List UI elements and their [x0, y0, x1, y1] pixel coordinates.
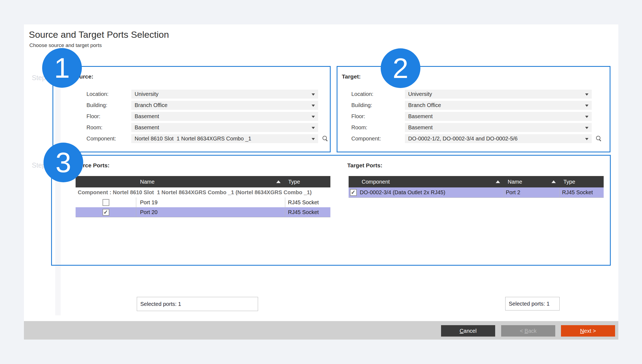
target-component-dropdown[interactable]: DO-0002-1/2, DO-0002-3/4 and DO-0002-5/6	[405, 134, 592, 143]
target-port-checkbox[interactable]	[350, 189, 357, 196]
target-ports-table: Component Name Type DO-0002-3/4 (Data Ou…	[349, 176, 604, 198]
sort-asc-icon[interactable]	[551, 180, 556, 183]
target-location-label: Location:	[351, 90, 373, 99]
source-column-name[interactable]: Name	[136, 176, 285, 187]
source-ports-table: Name Type Component : Nortel 8610 Slot 1…	[76, 176, 330, 217]
next-button[interactable]: Next >	[561, 325, 615, 337]
target-column-type-label: Type	[563, 179, 575, 185]
source-building-value: Branch Office	[131, 101, 309, 110]
source-component-group-row: Component : Nortel 8610 Slot 1 Nortel 86…	[76, 187, 330, 197]
source-location-value: University	[131, 90, 309, 99]
sort-asc-icon[interactable]	[276, 180, 281, 183]
source-component-dropdown[interactable]: Nortel 8610 Slot 1 Nortel 8634XGRS Combo…	[131, 134, 318, 143]
source-column-type-label: Type	[288, 179, 300, 185]
source-room-value: Basement	[131, 123, 309, 132]
chevron-down-icon[interactable]	[585, 93, 588, 96]
search-icon[interactable]	[596, 136, 601, 141]
header-checkbox-column	[76, 176, 136, 187]
target-selected-ports-box: Selected ports: 1	[505, 297, 560, 310]
target-location-dropdown[interactable]: University	[405, 90, 592, 99]
chevron-down-icon[interactable]	[312, 93, 315, 96]
target-column-component-label: Component	[362, 179, 390, 185]
target-building-dropdown[interactable]: Branch Office	[405, 101, 592, 110]
annotation-badge-2: 2	[381, 48, 420, 88]
port-name: Port 19	[140, 199, 157, 206]
source-column-type[interactable]: Type	[285, 176, 330, 187]
target-component-value: DO-0002-1/2, DO-0002-3/4 and DO-0002-5/6	[405, 134, 582, 143]
row-name-cell: Port 20	[136, 207, 285, 217]
annotation-badge-1: 1	[42, 48, 82, 88]
port-type: RJ45 Socket	[288, 199, 319, 206]
port-name: Port 2	[506, 189, 520, 196]
source-building-dropdown[interactable]: Branch Office	[131, 101, 318, 110]
target-room-dropdown[interactable]: Basement	[405, 123, 592, 132]
port19-checkbox[interactable]	[103, 199, 109, 206]
chevron-down-icon[interactable]	[585, 105, 588, 107]
chevron-down-icon[interactable]	[312, 116, 315, 118]
sort-asc-icon[interactable]	[496, 180, 500, 183]
source-ports-table-header: Name Type	[76, 176, 330, 187]
target-panel-title: Target:	[342, 73, 361, 80]
source-floor-dropdown[interactable]: Basement	[131, 112, 318, 121]
target-component-label: Component:	[351, 134, 381, 143]
header-checkbox-column	[349, 176, 358, 187]
source-room-dropdown[interactable]: Basement	[131, 123, 318, 132]
search-icon[interactable]	[322, 136, 327, 141]
back-label-prefix: <	[520, 328, 525, 334]
target-room-label: Room:	[351, 123, 367, 132]
target-selected-ports-text: Selected ports: 1	[505, 297, 559, 310]
table-row[interactable]: Port 19 RJ45 Socket	[76, 197, 330, 207]
port-type: RJ45 Socket	[562, 189, 593, 196]
source-component-value: Nortel 8610 Slot 1 Nortel 8634XGRS Combo…	[131, 134, 309, 143]
source-room-label: Room:	[86, 123, 103, 132]
source-location-dropdown[interactable]: University	[131, 90, 318, 99]
cancel-button[interactable]: Cancel	[441, 325, 495, 337]
row-checkbox-cell	[349, 187, 358, 197]
row-name-cell: Port 19	[136, 197, 285, 207]
back-label-accel: B	[525, 328, 528, 334]
port20-checkbox[interactable]	[103, 209, 109, 216]
cancel-label-rest: ancel	[464, 328, 477, 334]
next-label-accel: N	[580, 328, 584, 334]
source-building-label: Building:	[86, 101, 107, 110]
source-selected-ports-box: Selected ports: 1	[137, 297, 258, 311]
chevron-down-icon[interactable]	[585, 138, 588, 140]
annotation-badge-3: 3	[44, 143, 83, 182]
table-row[interactable]: DO-0002-3/4 (Data Outlet 2x RJ45) Port 2…	[349, 187, 604, 198]
target-column-component[interactable]: Component	[358, 176, 504, 187]
target-ports-title: Target Ports:	[347, 162, 382, 169]
target-building-value: Branch Office	[405, 101, 582, 110]
row-checkbox-cell	[76, 197, 136, 207]
cancel-label-accel: C	[460, 328, 463, 334]
target-floor-value: Basement	[405, 112, 582, 121]
port-component: DO-0002-3/4 (Data Outlet 2x RJ45)	[360, 189, 445, 196]
target-room-value: Basement	[405, 123, 582, 132]
chevron-down-icon[interactable]	[585, 116, 588, 118]
source-selected-ports-text: Selected ports: 1	[137, 297, 258, 311]
chevron-down-icon[interactable]	[312, 127, 315, 129]
chevron-down-icon[interactable]	[312, 105, 315, 107]
chevron-down-icon[interactable]	[312, 138, 315, 140]
target-column-name-label: Name	[508, 179, 522, 185]
target-column-type[interactable]: Type	[560, 176, 604, 187]
target-building-label: Building:	[351, 101, 372, 110]
row-type-cell: RJ45 Socket	[285, 197, 330, 207]
target-floor-label: Floor:	[351, 112, 365, 121]
row-type-cell: RJ45 Socket	[560, 187, 604, 197]
source-component-label: Component:	[86, 134, 116, 143]
row-checkbox-cell	[76, 207, 136, 217]
table-row[interactable]: Port 20 RJ45 Socket	[76, 207, 330, 217]
page-subtitle: Choose source and target ports	[29, 42, 102, 48]
row-type-cell: RJ45 Socket	[285, 207, 330, 217]
target-location-value: University	[405, 90, 582, 99]
back-button[interactable]: < Back	[501, 325, 555, 337]
source-floor-label: Floor:	[86, 112, 100, 121]
chevron-down-icon[interactable]	[585, 127, 588, 129]
page-title: Source and Target Ports Selection	[29, 29, 169, 40]
target-floor-dropdown[interactable]: Basement	[405, 112, 592, 121]
target-column-name[interactable]: Name	[504, 176, 560, 187]
back-label-rest: ack	[528, 328, 536, 334]
source-floor-value: Basement	[131, 112, 309, 121]
port-type: RJ45 Socket	[288, 209, 319, 215]
row-name-cell: Port 2	[504, 187, 560, 197]
